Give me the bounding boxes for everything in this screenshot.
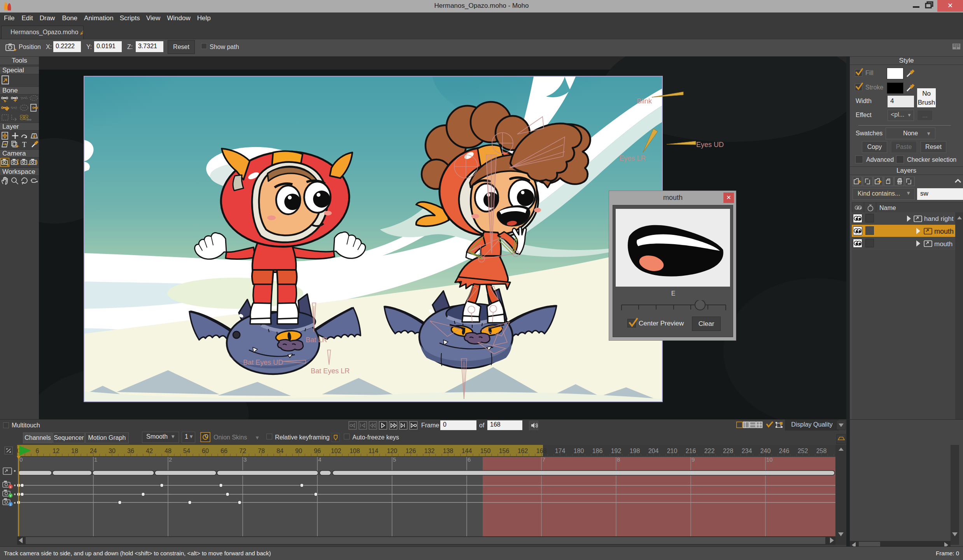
svg-text:4: 4 [318, 456, 321, 463]
svg-text:7: 7 [542, 456, 545, 463]
svg-text:Y: Y [9, 494, 12, 498]
svg-text:10: 10 [766, 456, 773, 463]
svg-text:8: 8 [617, 456, 620, 463]
svg-text:z: z [10, 502, 12, 506]
svg-text:3: 3 [243, 456, 247, 463]
svg-text:9: 9 [692, 456, 695, 463]
svg-text:mouth: mouth [934, 228, 954, 235]
svg-text:T: T [22, 141, 26, 149]
svg-text:2: 2 [169, 456, 172, 463]
svg-text:x: x [10, 485, 12, 489]
svg-text:6: 6 [467, 456, 471, 463]
svg-text:hand right: hand right [924, 215, 954, 222]
svg-text:1: 1 [94, 456, 97, 463]
svg-text:5: 5 [393, 456, 396, 463]
svg-text:mouth: mouth [934, 240, 952, 248]
